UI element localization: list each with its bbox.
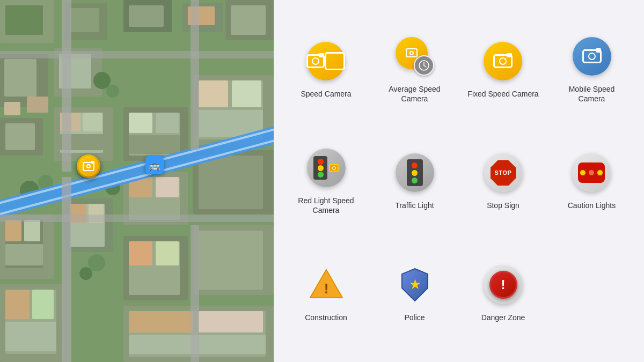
svg-rect-40 (129, 113, 152, 133)
speed-camera-label: Speed Camera (301, 89, 351, 99)
map-background (0, 0, 274, 362)
legend-item-average-speed-camera[interactable]: Average Speed Camera (373, 29, 456, 109)
svg-rect-14 (27, 97, 48, 113)
svg-rect-45 (199, 80, 228, 107)
legend-item-construction[interactable]: ! Construction (299, 258, 353, 328)
svg-rect-78 (191, 225, 199, 362)
map-pin-speed-camera[interactable] (77, 154, 100, 178)
svg-rect-62 (129, 311, 193, 333)
legend-item-mobile-speed-camera[interactable]: Mobile Speed Camera (550, 29, 633, 109)
svg-rect-75 (62, 0, 71, 172)
legend-item-stop-sign[interactable]: STOP Stop Sign (477, 146, 530, 216)
svg-rect-22 (83, 113, 102, 131)
svg-rect-59 (199, 231, 263, 290)
stop-sign-icon: STOP (482, 151, 525, 194)
mobile-speed-camera-icon (570, 35, 613, 78)
police-label: Police (404, 313, 425, 322)
traffic-light-icon (393, 151, 436, 194)
svg-rect-10 (231, 5, 266, 35)
traffic-light-label: Traffic Light (395, 201, 434, 210)
red-light-speed-camera-label: Red Light Speed Camera (290, 196, 362, 215)
svg-rect-2 (5, 5, 43, 35)
svg-rect-36 (32, 290, 54, 319)
svg-point-71 (79, 267, 92, 280)
danger-zone-icon: ! (482, 263, 525, 306)
legend-item-danger-zone[interactable]: ! Danger Zone (476, 258, 531, 328)
svg-rect-12 (4, 59, 36, 97)
caution-lights-label: Caution Lights (568, 201, 616, 210)
legend-item-red-light-speed-camera[interactable]: Red Light Speed Camera (284, 141, 368, 220)
speed-camera-icon (304, 40, 347, 83)
svg-rect-56 (129, 241, 152, 265)
legend-item-speed-camera[interactable]: Speed Camera (295, 34, 356, 104)
police-icon: ★ (393, 263, 436, 306)
svg-rect-63 (199, 311, 263, 333)
svg-rect-4 (70, 8, 99, 32)
svg-rect-42 (129, 135, 180, 154)
map-panel[interactable]: 🚌 (0, 0, 274, 362)
svg-rect-57 (156, 241, 179, 265)
svg-rect-80 (0, 215, 274, 222)
caution-lights-icon (570, 151, 613, 194)
mobile-speed-camera-label: Mobile Speed Camera (555, 84, 628, 104)
svg-rect-13 (4, 102, 20, 115)
svg-text:!: ! (324, 280, 328, 297)
fixed-speed-camera-label: Fixed Speed Camera (467, 89, 538, 99)
svg-rect-76 (62, 177, 71, 362)
svg-rect-27 (24, 220, 40, 241)
svg-text:★: ★ (408, 276, 421, 292)
svg-point-70 (88, 254, 105, 271)
svg-rect-79 (0, 51, 274, 58)
red-light-speed-camera-icon (305, 146, 348, 189)
legend-item-fixed-speed-camera[interactable]: Fixed Speed Camera (462, 34, 544, 104)
svg-point-68 (106, 85, 119, 98)
legend-item-traffic-light[interactable]: Traffic Light (388, 146, 442, 216)
svg-rect-77 (191, 0, 199, 150)
legend-item-caution-lights[interactable]: Caution Lights (562, 146, 621, 216)
svg-rect-49 (199, 156, 263, 209)
legend-panel: Speed Camera Average Speed Cam (274, 0, 644, 362)
avg-speed-camera-icon (393, 35, 436, 78)
svg-rect-28 (5, 244, 43, 265)
stop-sign-label: Stop Sign (487, 201, 519, 210)
svg-rect-26 (5, 220, 21, 241)
svg-rect-35 (5, 290, 30, 319)
map-pin-bus[interactable]: 🚌 (145, 156, 164, 174)
danger-zone-label: Danger Zone (481, 313, 525, 322)
construction-icon: ! (305, 263, 348, 306)
svg-rect-46 (232, 80, 261, 107)
svg-rect-53 (156, 177, 179, 197)
svg-rect-41 (156, 113, 179, 133)
avg-speed-camera-label: Average Speed Camera (378, 84, 451, 104)
legend-item-police[interactable]: ★ Police (388, 258, 442, 328)
svg-rect-18 (5, 123, 35, 150)
svg-rect-37 (5, 322, 56, 351)
construction-label: Construction (305, 313, 347, 322)
fixed-speed-camera-icon (481, 40, 524, 83)
svg-point-67 (93, 72, 111, 89)
svg-rect-6 (129, 5, 164, 27)
